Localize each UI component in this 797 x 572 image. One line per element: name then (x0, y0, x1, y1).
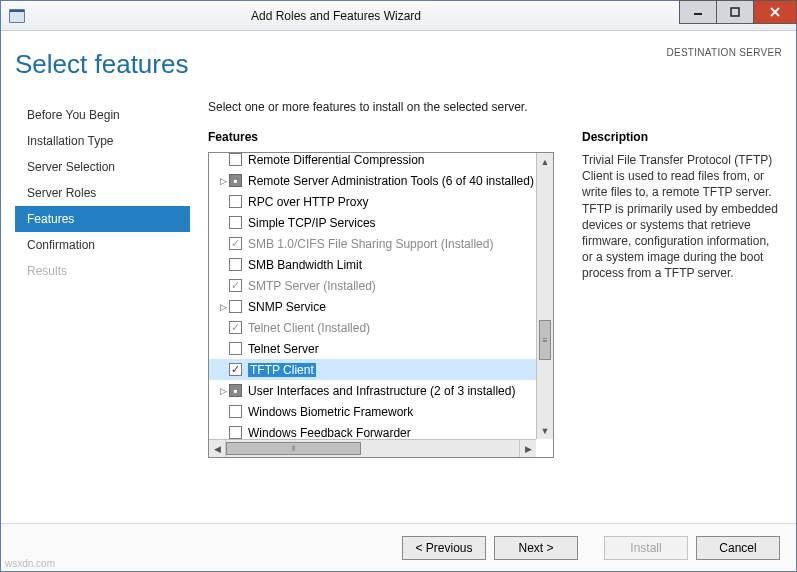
feature-item[interactable]: ▷RPC over HTTP Proxy (209, 191, 553, 212)
expander-icon[interactable]: ▷ (217, 176, 229, 186)
maximize-button[interactable] (716, 0, 754, 24)
destination-server: DESTINATION SERVER (666, 47, 782, 58)
body: Before You Begin Installation Type Serve… (15, 100, 782, 523)
feature-item[interactable]: ▷SMTP Server (Installed) (209, 275, 553, 296)
feature-item[interactable]: ▷SNMP Service (209, 296, 553, 317)
feature-label: Telnet Server (248, 342, 319, 356)
feature-label: RPC over HTTP Proxy (248, 195, 368, 209)
watermark: wsxdn.com (5, 558, 55, 569)
features-scroll[interactable]: ▷Remote Differential Compression▷Remote … (209, 153, 553, 439)
scroll-track[interactable] (537, 170, 553, 422)
feature-item[interactable]: ▷Windows Feedback Forwarder (209, 422, 553, 439)
intro-text: Select one or more features to install o… (208, 100, 782, 114)
sidebar-item-install-type[interactable]: Installation Type (15, 128, 190, 154)
feature-label: SMB 1.0/CIFS File Sharing Support (Insta… (248, 237, 493, 251)
checkbox[interactable] (229, 153, 242, 166)
expander-icon[interactable]: ▷ (217, 386, 229, 396)
destination-label: DESTINATION SERVER (666, 47, 782, 58)
window-buttons (679, 1, 796, 30)
sidebar-item-features[interactable]: Features (15, 206, 190, 232)
expander-icon[interactable]: ▷ (217, 302, 229, 312)
feature-label: TFTP Client (248, 363, 316, 377)
feature-item[interactable]: ▷Remote Server Administration Tools (6 o… (209, 170, 553, 191)
features-listbox: ▷Remote Differential Compression▷Remote … (208, 152, 554, 458)
checkbox[interactable] (229, 342, 242, 355)
vertical-scrollbar[interactable]: ▲ ▼ (536, 153, 553, 439)
features-heading: Features (208, 130, 554, 144)
footer: < Previous Next > Install Cancel (1, 523, 796, 571)
feature-item[interactable]: ▷Windows Biometric Framework (209, 401, 553, 422)
page-title: Select features (15, 49, 188, 80)
feature-label: User Interfaces and Infrastructure (2 of… (248, 384, 515, 398)
features-column: Features ▷Remote Differential Compressio… (208, 130, 554, 523)
feature-label: SNMP Service (248, 300, 326, 314)
sidebar-item-confirmation[interactable]: Confirmation (15, 232, 190, 258)
description-text: Trivial File Transfer Protocol (TFTP) Cl… (582, 152, 782, 282)
sidebar-item-results: Results (15, 258, 190, 284)
feature-item[interactable]: ▷SMB 1.0/CIFS File Sharing Support (Inst… (209, 233, 553, 254)
next-button[interactable]: Next > (494, 536, 578, 560)
feature-item[interactable]: ▷Remote Differential Compression (209, 153, 553, 170)
titlebar: Add Roles and Features Wizard (1, 1, 796, 31)
feature-label: Simple TCP/IP Services (248, 216, 376, 230)
description-column: Description Trivial File Transfer Protoc… (582, 130, 782, 523)
checkbox[interactable] (229, 300, 242, 313)
cancel-button[interactable]: Cancel (696, 536, 780, 560)
feature-label: Windows Feedback Forwarder (248, 426, 411, 440)
feature-item[interactable]: ▷Telnet Client (Installed) (209, 317, 553, 338)
content: Select features DESTINATION SERVER Befor… (1, 31, 796, 523)
spacer (586, 536, 596, 560)
hscroll-track[interactable] (226, 440, 519, 457)
feature-item[interactable]: ▷Simple TCP/IP Services (209, 212, 553, 233)
scroll-down-icon[interactable]: ▼ (537, 422, 553, 439)
columns: Features ▷Remote Differential Compressio… (208, 130, 782, 523)
previous-button[interactable]: < Previous (402, 536, 486, 560)
sidebar-item-before-begin[interactable]: Before You Begin (15, 102, 190, 128)
feature-item[interactable]: ▷SMB Bandwidth Limit (209, 254, 553, 275)
close-button[interactable] (753, 0, 797, 24)
wizard-window: Add Roles and Features Wizard Select fea… (0, 0, 797, 572)
install-button: Install (604, 536, 688, 560)
svg-rect-4 (731, 8, 739, 16)
sidebar-item-server-roles[interactable]: Server Roles (15, 180, 190, 206)
checkbox (229, 321, 242, 334)
sidebar-item-server-selection[interactable]: Server Selection (15, 154, 190, 180)
feature-label: Windows Biometric Framework (248, 405, 413, 419)
feature-label: SMTP Server (Installed) (248, 279, 376, 293)
minimize-button[interactable] (679, 0, 717, 24)
feature-label: Remote Differential Compression (248, 153, 425, 167)
feature-label: SMB Bandwidth Limit (248, 258, 362, 272)
hscroll-thumb[interactable] (226, 442, 361, 455)
checkbox[interactable] (229, 426, 242, 439)
checkbox[interactable] (229, 174, 242, 187)
checkbox[interactable] (229, 363, 242, 376)
checkbox[interactable] (229, 384, 242, 397)
feature-label: Remote Server Administration Tools (6 of… (248, 174, 534, 188)
header-row: Select features DESTINATION SERVER (15, 43, 782, 80)
scroll-right-icon[interactable]: ▶ (519, 440, 536, 457)
scroll-thumb[interactable] (539, 320, 551, 360)
main: Select one or more features to install o… (190, 100, 782, 523)
feature-item[interactable]: ▷Telnet Server (209, 338, 553, 359)
checkbox (229, 279, 242, 292)
checkbox[interactable] (229, 258, 242, 271)
checkbox[interactable] (229, 405, 242, 418)
horizontal-scrollbar[interactable]: ◀ ▶ (209, 439, 536, 457)
feature-item[interactable]: ▷User Interfaces and Infrastructure (2 o… (209, 380, 553, 401)
description-heading: Description (582, 130, 782, 144)
sidebar: Before You Begin Installation Type Serve… (15, 100, 190, 523)
feature-item[interactable]: ▷TFTP Client (209, 359, 553, 380)
checkbox[interactable] (229, 195, 242, 208)
feature-label: Telnet Client (Installed) (248, 321, 370, 335)
checkbox[interactable] (229, 216, 242, 229)
scroll-left-icon[interactable]: ◀ (209, 440, 226, 457)
window-title: Add Roles and Features Wizard (0, 9, 679, 23)
checkbox (229, 237, 242, 250)
scroll-up-icon[interactable]: ▲ (537, 153, 553, 170)
